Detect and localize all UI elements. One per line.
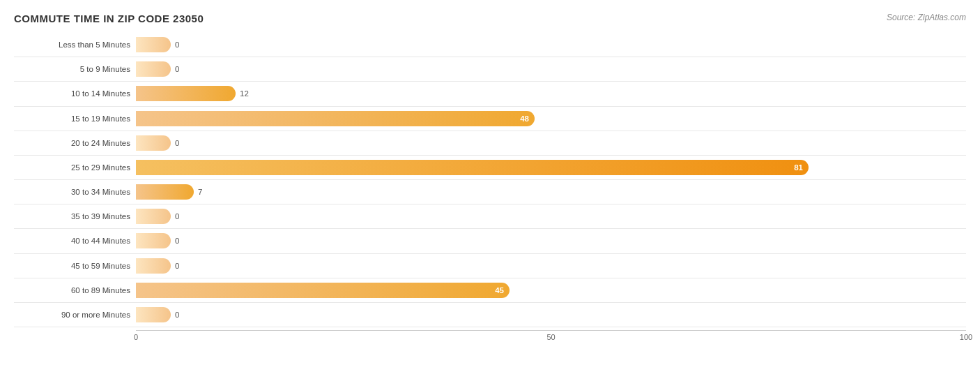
bar-value-inside: 48 [520, 114, 529, 123]
bars-area: Less than 5 Minutes05 to 9 Minutes010 to… [14, 33, 966, 327]
bar-value: 0 [175, 40, 179, 49]
bar-fill [136, 184, 194, 200]
bar-value-inside: 81 [794, 163, 803, 172]
bar-value: 12 [240, 89, 249, 98]
x-axis-tick: 0 [134, 333, 138, 341]
bar-value: 0 [175, 212, 179, 221]
bar-label: 20 to 24 Minutes [14, 139, 136, 147]
bar-value: 0 [175, 311, 179, 319]
bar-row: Less than 5 Minutes0 [14, 33, 966, 57]
bar-label: 25 to 29 Minutes [14, 163, 136, 172]
bar-row: 40 to 44 Minutes0 [14, 229, 966, 253]
chart-source: Source: ZipAtlas.com [887, 13, 966, 22]
bar-fill: 45 [136, 283, 510, 298]
bar-label: 40 to 44 Minutes [14, 237, 136, 245]
x-axis-tick: 100 [960, 333, 972, 341]
chart-header: COMMUTE TIME IN ZIP CODE 23050 Source: Z… [14, 13, 966, 24]
chart-body: Less than 5 Minutes05 to 9 Minutes010 to… [14, 33, 966, 344]
bar-fill [136, 233, 171, 248]
bar-label: 90 or more Minutes [14, 311, 136, 319]
bar-label: 15 to 19 Minutes [14, 114, 136, 123]
x-axis-tick: 50 [546, 333, 555, 341]
bar-wrapper: 45 [136, 283, 966, 298]
bar-row: 10 to 14 Minutes12 [14, 82, 966, 106]
bar-wrapper: 0 [136, 258, 966, 274]
chart-title: COMMUTE TIME IN ZIP CODE 23050 [14, 13, 204, 24]
bar-row: 60 to 89 Minutes45 [14, 278, 966, 303]
bar-fill: 81 [136, 160, 809, 175]
chart-container: COMMUTE TIME IN ZIP CODE 23050 Source: Z… [0, 0, 980, 365]
bar-value: 7 [198, 188, 202, 196]
bar-label: 30 to 34 Minutes [14, 188, 136, 196]
bar-row: 35 to 39 Minutes0 [14, 204, 966, 229]
bar-value: 0 [175, 139, 179, 147]
bar-fill: 48 [136, 111, 535, 126]
bar-wrapper: 0 [136, 135, 966, 151]
bar-fill [136, 86, 236, 101]
bar-wrapper: 12 [136, 86, 966, 101]
bar-fill [136, 37, 171, 52]
bar-row: 25 to 29 Minutes81 [14, 156, 966, 180]
bar-fill [136, 307, 171, 322]
bar-value: 0 [175, 65, 179, 73]
bar-row: 15 to 19 Minutes48 [14, 107, 966, 131]
bar-row: 90 or more Minutes0 [14, 303, 966, 327]
bar-label: Less than 5 Minutes [14, 40, 136, 49]
bar-wrapper: 7 [136, 184, 966, 200]
bar-row: 30 to 34 Minutes7 [14, 180, 966, 204]
x-axis: 050100 [136, 330, 966, 344]
bar-wrapper: 0 [136, 307, 966, 322]
bar-label: 60 to 89 Minutes [14, 286, 136, 295]
x-axis-line [136, 330, 966, 331]
bar-value: 0 [175, 262, 179, 270]
bar-wrapper: 0 [136, 233, 966, 248]
bar-label: 35 to 39 Minutes [14, 212, 136, 221]
bar-wrapper: 81 [136, 160, 966, 175]
bar-row: 20 to 24 Minutes0 [14, 131, 966, 156]
bar-wrapper: 0 [136, 209, 966, 224]
bar-wrapper: 0 [136, 37, 966, 52]
bar-label: 10 to 14 Minutes [14, 89, 136, 98]
bar-wrapper: 0 [136, 61, 966, 77]
bar-value: 0 [175, 237, 179, 245]
bar-fill [136, 135, 171, 151]
bar-row: 45 to 59 Minutes0 [14, 254, 966, 278]
bar-fill [136, 61, 171, 77]
bar-fill [136, 209, 171, 224]
bar-wrapper: 48 [136, 111, 966, 126]
bar-label: 5 to 9 Minutes [14, 65, 136, 73]
bar-value-inside: 45 [495, 286, 504, 295]
bar-fill [136, 258, 171, 274]
bar-label: 45 to 59 Minutes [14, 262, 136, 270]
bar-row: 5 to 9 Minutes0 [14, 57, 966, 82]
